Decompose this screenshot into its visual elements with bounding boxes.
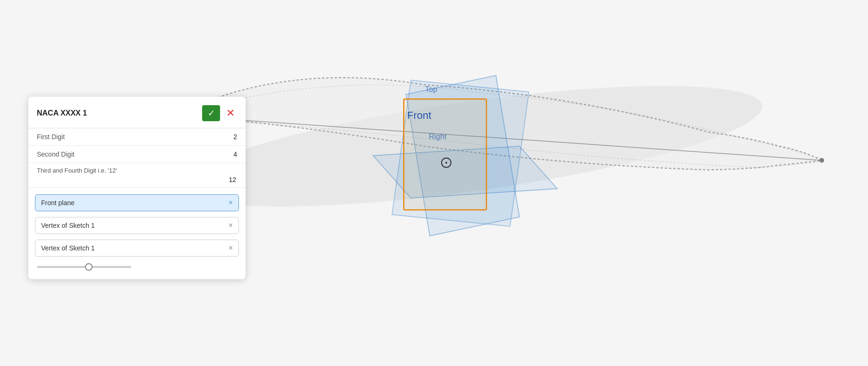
third-fourth-digit-label: Third and Fourth Digit i.e. '12' (37, 167, 237, 174)
slider-thumb[interactable] (85, 263, 93, 271)
vertex-sketch-1-clear-icon[interactable]: × (229, 221, 233, 230)
vertex-sketch-2-label: Vertex of Sketch 1 (41, 244, 95, 252)
front-plane-chip[interactable]: Front plane × (35, 194, 239, 211)
slider-track[interactable] (37, 266, 131, 268)
first-digit-value: 2 (233, 133, 237, 141)
first-digit-label: First Digit (37, 133, 65, 141)
confirm-button[interactable]: ✓ (202, 105, 220, 121)
vertex-sketch-1-chip[interactable]: Vertex of Sketch 1 × (35, 217, 239, 234)
front-plane-clear-icon[interactable]: × (229, 199, 233, 207)
second-digit-row: Second Digit 4 (28, 146, 246, 163)
panel-actions: ✓ ✕ (202, 105, 237, 121)
third-fourth-digit-value: 12 (37, 176, 237, 183)
second-digit-label: Second Digit (37, 150, 74, 158)
third-fourth-digit-row: Third and Fourth Digit i.e. '12' 12 (28, 163, 246, 188)
vertex-sketch-2-chip[interactable]: Vertex of Sketch 1 × (35, 240, 239, 257)
panel-title: NACA XXXX 1 (37, 109, 87, 117)
second-digit-value: 4 (233, 150, 237, 158)
panel-header: NACA XXXX 1 ✓ ✕ (28, 97, 246, 128)
vertex-sketch-1-row[interactable]: Vertex of Sketch 1 × (28, 214, 246, 237)
close-icon: ✕ (226, 108, 235, 118)
vertex-sketch-1-label: Vertex of Sketch 1 (41, 222, 95, 229)
first-digit-row: First Digit 2 (28, 128, 246, 146)
svg-text:Front: Front (407, 109, 431, 121)
slider-container (28, 259, 246, 270)
vertex-sketch-2-row[interactable]: Vertex of Sketch 1 × (28, 237, 246, 259)
svg-text:Right: Right (429, 133, 447, 141)
naca-panel: NACA XXXX 1 ✓ ✕ First Digit 2 Second Dig… (28, 97, 246, 279)
svg-text:Top: Top (425, 85, 437, 93)
vertex-sketch-2-clear-icon[interactable]: × (229, 244, 233, 252)
front-plane-label: Front plane (41, 199, 75, 207)
svg-point-9 (445, 162, 447, 164)
cancel-button[interactable]: ✕ (224, 107, 237, 120)
front-plane-row[interactable]: Front plane × (28, 191, 246, 214)
checkmark-icon: ✓ (208, 109, 215, 117)
